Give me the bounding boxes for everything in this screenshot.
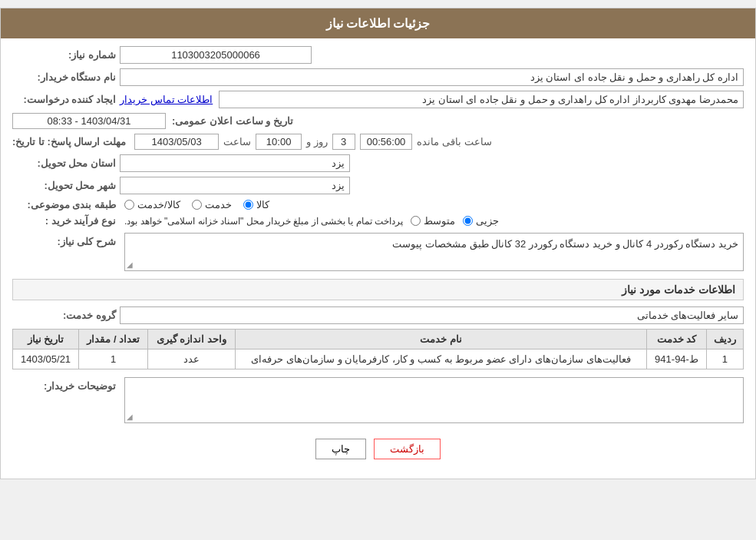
- city-label: شهر محل تحویل:: [12, 180, 120, 191]
- category-kala-khedmat-radio[interactable]: [124, 200, 134, 210]
- purchase-motavaset-radio[interactable]: [411, 216, 421, 226]
- purchase-note: پرداخت تمام یا بخشی از مبلغ خریدار محل "…: [124, 216, 403, 227]
- buyer-org-row: نام دستگاه خریدار: اداره کل راهداری و حم…: [12, 68, 744, 86]
- category-radio-group: کالا/خدمت خدمت کالا: [124, 199, 269, 210]
- action-buttons: بازگشت چاپ: [12, 431, 744, 471]
- col-code: کد خدمت: [647, 330, 706, 350]
- cell-name: فعالیت‌های سازمان‌های دارای عضو مربوط به…: [235, 350, 647, 369]
- purchase-jozvi-item: جزیی: [463, 215, 499, 227]
- category-kala-label: کالا: [256, 199, 269, 210]
- deadline-label: مهلت ارسال پاسخ: تا تاریخ:: [12, 136, 130, 147]
- need-summary-label: شرح کلی نیاز:: [12, 233, 120, 247]
- col-quantity: تعداد / مقدار: [79, 330, 148, 350]
- resize-icon: ◢: [127, 260, 133, 269]
- services-section-title: اطلاعات خدمات مورد نیاز: [12, 279, 744, 300]
- announce-value: 1403/04/31 - 08:33: [12, 113, 166, 129]
- need-number-value: 1103003205000066: [120, 46, 312, 64]
- city-value: یزد: [120, 177, 350, 194]
- cell-row: 1: [706, 350, 743, 369]
- services-table: ردیف کد خدمت نام خدمت واحد اندازه گیری ت…: [12, 329, 744, 369]
- creator-label: ایجاد کننده درخواست:: [12, 94, 120, 105]
- announce-row: تاریخ و ساعت اعلان عمومی: 1403/04/31 - 0…: [12, 113, 744, 129]
- purchase-motavaset-label: متوسط: [424, 215, 455, 227]
- deadline-days: 3: [332, 134, 355, 150]
- category-kala-khedmat-label: کالا/خدمت: [137, 199, 180, 210]
- need-number-row: شماره نیاز: 1103003205000066: [12, 46, 744, 64]
- need-summary-box: خرید دستگاه رکوردر 4 کانال و خرید دستگاه…: [124, 233, 744, 271]
- page-header: جزئیات اطلاعات نیاز: [1, 8, 755, 38]
- back-button[interactable]: بازگشت: [374, 439, 441, 459]
- deadline-time: 10:00: [256, 134, 302, 150]
- buyer-comments-label: توضیحات خریدار:: [12, 377, 120, 392]
- buyer-comments-box: ◢: [124, 377, 744, 423]
- cell-date: 1403/05/21: [13, 350, 79, 369]
- category-kala-khedmat-item: کالا/خدمت: [124, 199, 180, 210]
- table-row: 1 ط-94-941 فعالیت‌های سازمان‌های دارای ع…: [13, 350, 744, 369]
- table-header-row: ردیف کد خدمت نام خدمت واحد اندازه گیری ت…: [13, 330, 744, 350]
- need-summary-value: خرید دستگاه رکوردر 4 کانال و خرید دستگاه…: [392, 238, 738, 250]
- need-summary-row: شرح کلی نیاز: خرید دستگاه رکوردر 4 کانال…: [12, 233, 744, 271]
- comments-resize-icon: ◢: [127, 412, 133, 421]
- category-label: طبقه بندی موضوعی:: [12, 199, 120, 210]
- category-khedmat-radio[interactable]: [192, 200, 202, 210]
- deadline-remaining-label: ساعت باقی مانده: [417, 136, 491, 147]
- deadline-remaining: 00:56:00: [360, 134, 413, 150]
- print-button[interactable]: چاپ: [315, 439, 366, 459]
- service-group-row: گروه خدمت: سایر فعالیت‌های خدماتی: [12, 306, 744, 324]
- category-row: طبقه بندی موضوعی: کالا/خدمت خدمت کالا: [12, 199, 744, 210]
- deadline-days-label: روز و: [306, 136, 328, 147]
- col-unit: واحد اندازه گیری: [148, 330, 236, 350]
- purchase-radio-group: پرداخت تمام یا بخشی از مبلغ خریدار محل "…: [124, 215, 499, 227]
- cell-unit: عدد: [148, 350, 236, 369]
- city-row: شهر محل تحویل: یزد: [12, 177, 744, 194]
- col-date: تاریخ نیاز: [13, 330, 79, 350]
- creator-row: ایجاد کننده درخواست: اطلاعات تماس خریدار…: [12, 91, 744, 108]
- cell-code: ط-94-941: [647, 350, 706, 369]
- service-group-value: سایر فعالیت‌های خدماتی: [120, 306, 744, 324]
- service-group-label: گروه خدمت:: [12, 310, 120, 321]
- buyer-org-value: اداره کل راهداری و حمل و نقل جاده ای است…: [120, 68, 744, 86]
- deadline-time-label: ساعت: [223, 136, 251, 147]
- buyer-comments-content: ◢: [124, 377, 744, 423]
- category-khedmat-item: خدمت: [192, 199, 232, 210]
- col-row: ردیف: [706, 330, 743, 350]
- creator-value: محمدرضا مهدوی کاربرداز اداره کل راهداری …: [219, 91, 744, 108]
- category-kala-item: کالا: [243, 199, 269, 210]
- category-kala-radio[interactable]: [243, 200, 253, 210]
- buyer-comments-row: توضیحات خریدار: ◢: [12, 377, 744, 423]
- need-summary-content: خرید دستگاه رکوردر 4 کانال و خرید دستگاه…: [124, 233, 744, 271]
- announce-label: تاریخ و ساعت اعلان عمومی:: [172, 115, 297, 127]
- purchase-label: نوع فرآیند خرید :: [12, 215, 120, 227]
- purchase-jozvi-radio[interactable]: [463, 216, 473, 226]
- cell-quantity: 1: [79, 350, 148, 369]
- buyer-org-label: نام دستگاه خریدار:: [12, 71, 120, 83]
- purchase-row: نوع فرآیند خرید : پرداخت تمام یا بخشی از…: [12, 215, 744, 227]
- deadline-date: 1403/05/03: [134, 134, 219, 150]
- creator-link[interactable]: اطلاعات تماس خریدار: [120, 94, 213, 105]
- purchase-motavaset-item: متوسط: [411, 215, 455, 227]
- col-name: نام خدمت: [235, 330, 647, 350]
- page-title: جزئیات اطلاعات نیاز: [326, 17, 431, 30]
- province-value: یزد: [120, 154, 350, 172]
- need-number-label: شماره نیاز:: [12, 49, 120, 61]
- province-row: استان محل تحویل: یزد: [12, 154, 744, 172]
- category-khedmat-label: خدمت: [205, 199, 232, 210]
- purchase-jozvi-label: جزیی: [476, 215, 499, 227]
- province-label: استان محل تحویل:: [12, 157, 120, 169]
- deadline-row: مهلت ارسال پاسخ: تا تاریخ: 1403/05/03 سا…: [12, 134, 744, 150]
